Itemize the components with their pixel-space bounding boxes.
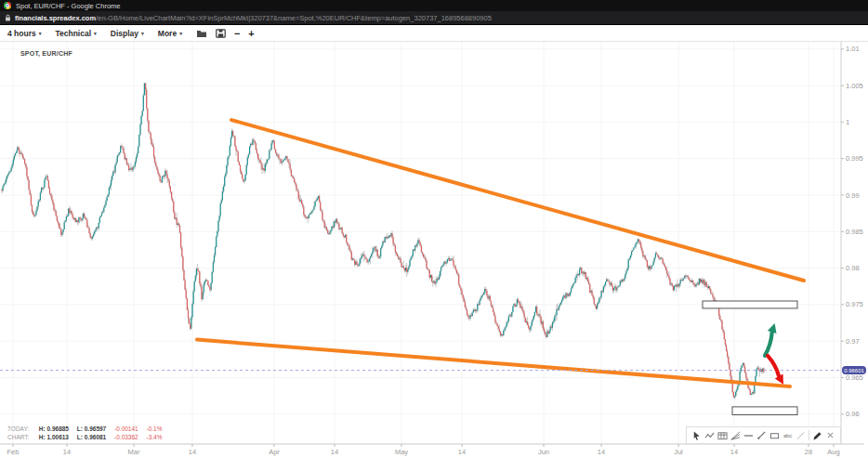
- svg-text:28: 28: [805, 448, 812, 456]
- svg-text:1.005: 1.005: [846, 82, 863, 90]
- menu-display-label: Display: [111, 29, 138, 38]
- svg-text:14: 14: [730, 448, 738, 456]
- data-table-tool-icon[interactable]: [717, 429, 728, 441]
- svg-text:Apr: Apr: [269, 448, 280, 456]
- chevron-down-icon: ▾: [141, 31, 144, 36]
- pointer-tool-icon[interactable]: [691, 429, 702, 441]
- annotation-rectangles[interactable]: [703, 301, 797, 415]
- instrument-label: SPOT, EUR/CHF: [20, 50, 72, 57]
- chevron-down-icon: ▾: [179, 31, 182, 36]
- svg-text:0.97: 0.97: [846, 337, 860, 346]
- lock-icon: [5, 14, 11, 22]
- annotation-arrows[interactable]: [765, 323, 783, 385]
- status-label: CHART:: [7, 433, 37, 441]
- url-path: /en-GB/Home/LiveChartMain?id=XFinSprMchM…: [96, 14, 492, 22]
- svg-text:Mar: Mar: [128, 448, 140, 456]
- today-change-pct: -0.1%: [147, 425, 163, 433]
- menu-technical[interactable]: Technical ▾: [55, 29, 96, 38]
- menu-display[interactable]: Display ▾: [111, 29, 144, 38]
- address-bar[interactable]: financials.spreadex.com/en-GB/Home/LiveC…: [0, 11, 868, 25]
- svg-text:1.01: 1.01: [846, 45, 860, 53]
- svg-text:0.96: 0.96: [846, 410, 860, 418]
- today-low: L: 0.96597: [77, 425, 106, 433]
- svg-text:14: 14: [63, 448, 71, 456]
- folder-icon: [196, 29, 207, 38]
- svg-text:0.99: 0.99: [846, 191, 860, 200]
- candles: [2, 83, 764, 399]
- window-titlebar: Spot, EUR/CHF - Google Chrome: [0, 0, 868, 11]
- open-chart-button[interactable]: [196, 29, 207, 38]
- today-high: H: 0.96885: [39, 425, 69, 433]
- svg-text:0.965: 0.965: [846, 373, 863, 382]
- chevron-down-icon: ▾: [94, 31, 97, 36]
- up-arrow: [765, 333, 772, 356]
- url-text: financials.spreadex.com/en-GB/Home/LiveC…: [15, 14, 492, 22]
- menu-timeframe[interactable]: 4 hours ▾: [7, 29, 41, 38]
- minus-icon: −: [234, 29, 240, 38]
- svg-text:Jul: Jul: [674, 448, 683, 456]
- status-label: TODAY:: [7, 425, 37, 433]
- svg-text:14: 14: [189, 448, 196, 456]
- chart-canvas[interactable]: 1.011.00510.9950.990.9850.980.9750.970.9…: [0, 42, 868, 458]
- pencil-tool-icon[interactable]: [812, 429, 822, 441]
- chart-low: L: 0.96081: [77, 433, 106, 441]
- menu-more-label: More: [158, 29, 177, 38]
- plus-icon: +: [248, 29, 254, 38]
- chart-change-pct: -3.4%: [147, 433, 163, 441]
- svg-text:May: May: [395, 448, 408, 456]
- close-toolbar-icon[interactable]: [825, 429, 835, 441]
- chart-high: H: 1.00613: [39, 433, 69, 441]
- svg-text:Feb: Feb: [7, 448, 20, 456]
- rectangle-tool-icon[interactable]: [769, 429, 780, 441]
- url-domain: financials.spreadex.com: [15, 14, 96, 22]
- horizontal-line-tool-icon[interactable]: [743, 429, 754, 441]
- zoom-in-button[interactable]: +: [248, 29, 254, 38]
- drawing-toolbar: abc: [686, 426, 841, 444]
- svg-text:1: 1: [846, 118, 849, 126]
- down-arrow: [768, 356, 779, 376]
- trend-line-tool-icon[interactable]: [756, 429, 767, 441]
- chevron-down-icon: ▾: [39, 31, 42, 36]
- status-panel: TODAY: H: 0.96885 L: 0.96597 -0.00141 -0…: [7, 425, 169, 441]
- fan-lines-tool-icon[interactable]: [730, 429, 741, 441]
- svg-text:14: 14: [458, 448, 466, 456]
- ray-line-tool-icon[interactable]: [796, 429, 806, 441]
- svg-text:Jun: Jun: [538, 448, 549, 456]
- zigzag-tool-icon[interactable]: [704, 429, 715, 441]
- svg-text:0.995: 0.995: [846, 154, 863, 163]
- svg-text:0.975: 0.975: [846, 300, 863, 308]
- chart-change: -0.03362: [114, 433, 138, 441]
- menu-technical-label: Technical: [55, 29, 91, 38]
- toolbar-separator: [809, 430, 809, 440]
- svg-text:14: 14: [331, 448, 338, 456]
- window-title: Spot, EUR/CHF - Google Chrome: [16, 2, 121, 10]
- menu-more[interactable]: More ▾: [158, 29, 182, 38]
- chrome-logo-icon: [4, 2, 11, 9]
- svg-text:0.98: 0.98: [846, 264, 860, 272]
- zoom-out-button[interactable]: −: [234, 29, 240, 38]
- today-change: -0.00141: [114, 425, 138, 433]
- chart-toolbar: 4 hours ▾ Technical ▾ Display ▾ More ▾ −…: [0, 25, 868, 42]
- svg-text:0.985: 0.985: [846, 228, 863, 236]
- save-icon: [216, 29, 226, 38]
- save-chart-button[interactable]: [216, 29, 226, 38]
- menu-timeframe-label: 4 hours: [7, 29, 36, 38]
- status-row-today: TODAY: H: 0.96885 L: 0.96597 -0.00141 -0…: [7, 425, 169, 433]
- current-price-badge: 0.96601: [842, 366, 866, 374]
- chart-area[interactable]: 1.011.00510.9950.990.9850.980.9750.970.9…: [0, 42, 868, 458]
- status-row-chart: CHART: H: 1.00613 L: 0.96081 -0.03362 -3…: [7, 433, 169, 441]
- svg-text:Aug: Aug: [827, 448, 839, 456]
- svg-text:14: 14: [598, 448, 605, 456]
- text-tool-icon[interactable]: abc: [783, 429, 793, 441]
